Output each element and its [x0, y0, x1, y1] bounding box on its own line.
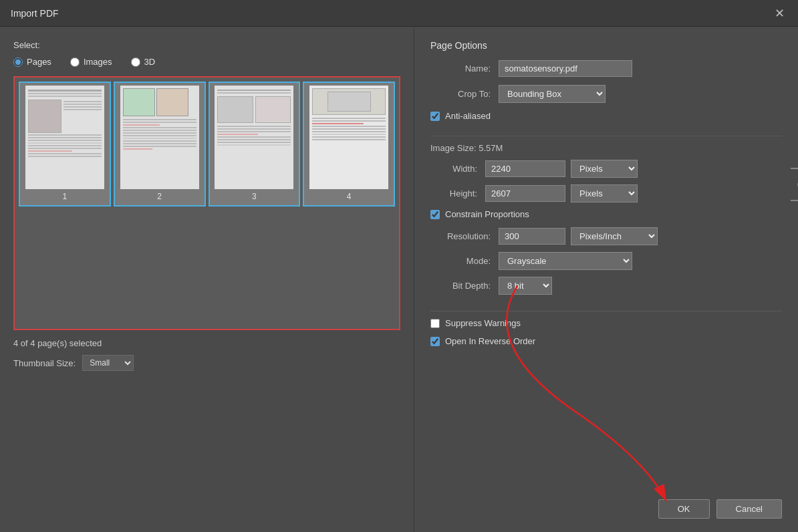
- bitdepth-select[interactable]: 8 bit 16 bit: [499, 277, 552, 295]
- image-size-label: Image Size: 5.57M: [430, 143, 782, 153]
- thumbnail-label: 2: [157, 192, 162, 201]
- height-unit-select[interactable]: Pixels Inches Centimeters: [571, 184, 638, 203]
- divider-2: [430, 311, 782, 311]
- radio-group: Pages Images 3D: [13, 57, 400, 67]
- cancel-button[interactable]: Cancel: [716, 499, 782, 519]
- suppress-label[interactable]: Suppress Warnings: [445, 318, 521, 328]
- width-height-group: Width: Pixels Inches Centimeters Height:…: [430, 160, 782, 203]
- crop-dropdown: Bounding Box Media Box Crop Box Bleed Bo…: [499, 85, 606, 103]
- titlebar: Import PDF ✕: [0, 0, 798, 27]
- thumbnail-label: 1: [63, 192, 68, 201]
- divider: [430, 136, 782, 136]
- reverse-checkbox[interactable]: [430, 337, 440, 346]
- height-input[interactable]: [485, 185, 565, 202]
- crop-label: Crop To:: [430, 89, 491, 99]
- width-row: Width: Pixels Inches Centimeters: [430, 160, 782, 178]
- name-row: Name:: [430, 60, 782, 77]
- thumbnail-item[interactable]: 4: [303, 82, 395, 207]
- thumbnail-label: 4: [347, 192, 352, 201]
- crop-row: Crop To: Bounding Box Media Box Crop Box…: [430, 85, 782, 103]
- bitdepth-label: Bit Depth:: [430, 281, 491, 291]
- bottom-left: 4 of 4 page(s) selected Thumbnail Size: …: [13, 338, 400, 371]
- resolution-label: Resolution:: [430, 231, 491, 241]
- thumbnail-preview: [25, 86, 104, 189]
- bottom-buttons: OK Cancel: [430, 491, 782, 519]
- page-count: 4 of 4 page(s) selected: [13, 338, 400, 348]
- radio-3d[interactable]: 3D: [131, 57, 156, 67]
- radio-images[interactable]: Images: [70, 57, 112, 67]
- mode-select[interactable]: Grayscale RGB Color CMYK Color Lab Color…: [499, 252, 632, 270]
- name-input[interactable]: [499, 60, 632, 77]
- reverse-row: Open In Reverse Order: [430, 336, 782, 346]
- reverse-label[interactable]: Open In Reverse Order: [445, 336, 535, 346]
- import-pdf-dialog: Import PDF ✕ Select: Pages Images 3D: [0, 0, 798, 532]
- bitdepth-row: Bit Depth: 8 bit 16 bit: [430, 277, 782, 295]
- height-row: Height: Pixels Inches Centimeters: [430, 184, 782, 203]
- thumbnail-preview: [309, 86, 388, 189]
- width-label: Width:: [430, 164, 477, 174]
- thumbnail-grid-wrapper: 1: [13, 76, 400, 330]
- thumbnail-preview: [215, 86, 293, 189]
- thumbnail-preview: [120, 86, 199, 189]
- constrain-label[interactable]: Constrain Proportions: [445, 209, 529, 219]
- constrain-link-icon: [789, 164, 798, 205]
- suppress-checkbox[interactable]: [430, 319, 440, 328]
- anti-aliased-row: Anti-aliased: [430, 111, 782, 121]
- mode-row: Mode: Grayscale RGB Color CMYK Color Lab…: [430, 252, 782, 270]
- thumbnail-item[interactable]: 3: [209, 82, 301, 207]
- ok-button[interactable]: OK: [658, 499, 710, 519]
- constrain-row: Constrain Proportions: [430, 209, 782, 219]
- mode-label: Mode:: [430, 256, 491, 266]
- resolution-row: Resolution: Pixels/Inch Pixels/Centimete…: [430, 227, 782, 245]
- page-options-title: Page Options: [430, 40, 782, 51]
- wh-container: Width: Pixels Inches Centimeters Height:…: [430, 160, 782, 209]
- name-label: Name:: [430, 63, 491, 74]
- suppress-row: Suppress Warnings: [430, 318, 782, 328]
- close-button[interactable]: ✕: [772, 6, 787, 21]
- width-unit-select[interactable]: Pixels Inches Centimeters: [571, 160, 638, 178]
- thumb-size-select[interactable]: Small Medium Large: [82, 355, 134, 371]
- height-label: Height:: [430, 188, 477, 198]
- resolution-unit-select[interactable]: Pixels/Inch Pixels/Centimeter: [571, 227, 658, 245]
- resolution-input[interactable]: [499, 228, 565, 245]
- dialog-title: Import PDF: [11, 8, 59, 19]
- thumb-size-row: Thumbnail Size: Small Medium Large: [13, 355, 400, 371]
- thumbnail-item[interactable]: 2: [114, 82, 206, 207]
- dialog-content: Select: Pages Images 3D: [0, 27, 798, 532]
- thumb-size-label: Thumbnail Size:: [13, 358, 76, 368]
- right-panel: Page Options Name: Crop To: Bounding Box…: [414, 27, 798, 532]
- constrain-checkbox[interactable]: [430, 210, 440, 219]
- link-bracket: [791, 168, 798, 201]
- width-input[interactable]: [485, 160, 565, 177]
- left-panel: Select: Pages Images 3D: [0, 27, 414, 532]
- radio-pages[interactable]: Pages: [13, 57, 51, 67]
- anti-aliased-label[interactable]: Anti-aliased: [445, 111, 491, 121]
- anti-aliased-checkbox[interactable]: [430, 112, 440, 121]
- select-label: Select:: [13, 40, 400, 50]
- crop-select[interactable]: Bounding Box Media Box Crop Box Bleed Bo…: [499, 85, 606, 103]
- thumbnail-item[interactable]: 1: [19, 82, 111, 207]
- thumbnail-grid: 1: [19, 82, 395, 207]
- thumbnail-label: 3: [252, 192, 257, 201]
